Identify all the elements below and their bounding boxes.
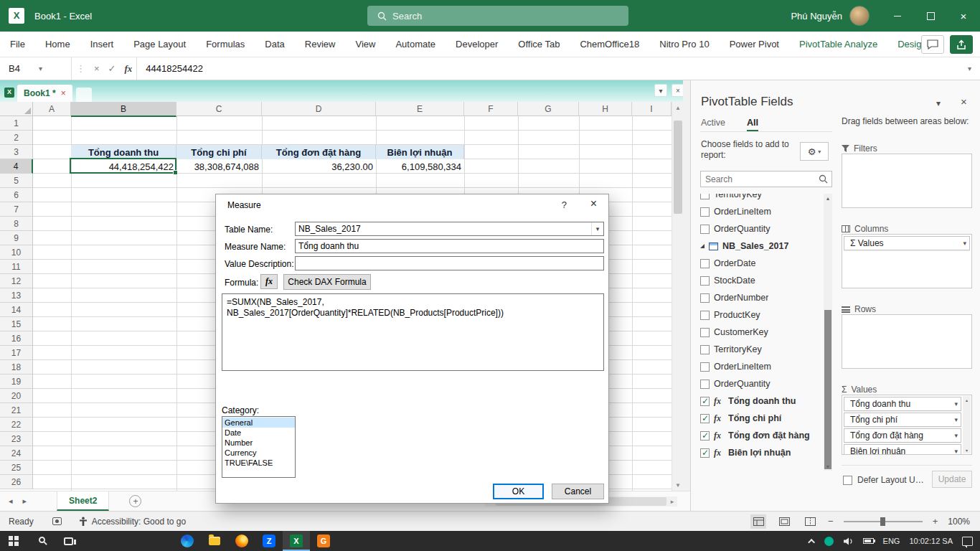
check-dax-formula-button[interactable]: Check DAX Formula bbox=[283, 274, 371, 290]
ribbon-tab[interactable]: Page Layout bbox=[123, 32, 196, 57]
scroll-up-icon[interactable] bbox=[672, 102, 684, 113]
pane-options-icon[interactable] bbox=[936, 98, 941, 108]
field-checkbox[interactable] bbox=[700, 431, 710, 441]
field-checkbox[interactable] bbox=[700, 448, 710, 458]
category-option[interactable]: Number bbox=[222, 438, 295, 448]
field-checkbox[interactable] bbox=[700, 194, 710, 199]
insert-function-button[interactable]: fx bbox=[260, 274, 278, 289]
field-checkbox[interactable] bbox=[700, 225, 710, 234]
category-option[interactable]: TRUE\FALSE bbox=[222, 458, 295, 468]
ribbon-tab[interactable]: Nitro Pro 10 bbox=[649, 32, 719, 57]
ribbon-tab[interactable]: Automate bbox=[385, 32, 446, 57]
field-checkbox[interactable] bbox=[700, 362, 710, 372]
notification-center-icon[interactable] bbox=[962, 537, 973, 546]
formula-textarea[interactable]: =SUMX(NB_Sales_2017, NB_Sales_2017[Order… bbox=[222, 293, 604, 371]
ribbon-tab[interactable]: Developer bbox=[446, 32, 508, 57]
language-indicator[interactable]: ENG bbox=[883, 537, 900, 545]
maximize-button[interactable] bbox=[914, 0, 947, 32]
values-chip[interactable]: Biên lợi nhuận bbox=[844, 444, 961, 455]
dialog-close-icon[interactable] bbox=[590, 197, 597, 210]
new-sheet-button[interactable] bbox=[129, 495, 141, 507]
share-button[interactable] bbox=[950, 35, 973, 54]
tray-app-icon[interactable] bbox=[824, 537, 834, 546]
chip-dropdown-icon[interactable] bbox=[954, 432, 958, 439]
ribbon-tab[interactable]: View bbox=[345, 32, 385, 57]
field-item[interactable]: StockDate bbox=[700, 272, 824, 289]
name-box[interactable]: B4 bbox=[0, 57, 72, 80]
field-item[interactable]: Tổng đơn đặt hàng bbox=[700, 427, 824, 444]
scroll-down-icon[interactable] bbox=[963, 446, 971, 453]
field-item[interactable]: NB_Sales_2017 bbox=[700, 237, 824, 255]
search-box[interactable]: Search bbox=[367, 6, 628, 26]
sheet-tab[interactable]: Sheet2 bbox=[57, 491, 109, 511]
field-checkbox[interactable] bbox=[700, 345, 710, 354]
fields-search-input[interactable] bbox=[701, 174, 819, 184]
scroll-up-icon[interactable] bbox=[963, 396, 971, 403]
ribbon-tab[interactable]: Office Tab bbox=[508, 32, 570, 57]
taskbar-icon[interactable] bbox=[201, 531, 228, 551]
document-tab-close-icon[interactable] bbox=[61, 88, 66, 98]
page-layout-view-button[interactable] bbox=[776, 514, 792, 529]
sheet-nav-left-icon[interactable] bbox=[9, 496, 13, 506]
field-item[interactable]: OrderQuantity bbox=[700, 375, 824, 392]
taskbar-icon[interactable]: X bbox=[283, 531, 310, 551]
normal-view-button[interactable] bbox=[750, 514, 766, 529]
zoom-in-button[interactable] bbox=[933, 516, 938, 527]
sheet-nav-right-icon[interactable] bbox=[23, 496, 27, 506]
pane-close-icon[interactable] bbox=[961, 95, 967, 108]
zoom-out-button[interactable] bbox=[828, 516, 834, 527]
field-item[interactable]: CustomerKey bbox=[700, 324, 824, 341]
columns-chip[interactable]: Σ Values bbox=[844, 236, 970, 250]
ribbon-tab[interactable]: Formulas bbox=[196, 32, 255, 57]
values-chip[interactable]: Tổng chi phí bbox=[844, 413, 961, 427]
user-name[interactable]: Phú Nguyễn bbox=[791, 11, 842, 22]
category-option[interactable]: Date bbox=[222, 428, 295, 438]
field-checkbox[interactable] bbox=[700, 414, 710, 423]
field-item[interactable]: OrderDate bbox=[700, 255, 824, 272]
field-item[interactable]: ProductKey bbox=[700, 306, 824, 324]
vertical-scrollbar[interactable] bbox=[672, 102, 683, 491]
avatar[interactable] bbox=[849, 6, 870, 26]
zoom-slider[interactable] bbox=[844, 521, 923, 522]
values-chip[interactable]: Tổng doanh thu bbox=[844, 397, 961, 411]
taskbar-icon[interactable] bbox=[228, 531, 255, 551]
ribbon-tab[interactable]: Home bbox=[35, 32, 80, 57]
taskbar-icon[interactable] bbox=[0, 531, 27, 551]
chip-dropdown-icon[interactable] bbox=[963, 240, 966, 247]
ribbon-tab[interactable]: ChemOffice18 bbox=[570, 32, 649, 57]
category-listbox[interactable]: General Date Number Currency TRUE\FALSE bbox=[222, 416, 296, 478]
field-item[interactable]: Tổng doanh thu bbox=[700, 392, 824, 410]
comments-button[interactable] bbox=[921, 35, 944, 54]
field-item[interactable]: TerritoryKey bbox=[700, 194, 824, 203]
field-item[interactable]: OrderQuantity bbox=[700, 220, 824, 237]
combo-dropdown-icon[interactable] bbox=[591, 222, 603, 235]
field-checkbox[interactable] bbox=[700, 380, 710, 389]
category-option[interactable]: Currency bbox=[222, 448, 295, 458]
formula-input[interactable]: 44418254422 bbox=[137, 57, 968, 80]
value-description-input[interactable] bbox=[298, 258, 603, 268]
defer-layout-checkbox[interactable] bbox=[843, 476, 852, 485]
taskbar-icon[interactable]: Z bbox=[255, 531, 283, 551]
field-item[interactable]: Biên lợi nhuận bbox=[700, 444, 824, 461]
taskbar-icon[interactable] bbox=[27, 531, 55, 551]
cell-c4[interactable]: 38,308,674,088 bbox=[176, 159, 262, 174]
values-area[interactable]: Tổng doanh thu Tổng chi phí Tổng đơn đặt… bbox=[842, 395, 972, 455]
cell-e3[interactable]: Biên lợi nhuận bbox=[376, 145, 464, 159]
field-item[interactable]: TerritoryKey bbox=[700, 341, 824, 358]
category-option[interactable]: General bbox=[222, 418, 295, 428]
field-item[interactable]: OrderLineItem bbox=[700, 358, 824, 375]
columns-area[interactable]: Σ Values bbox=[842, 234, 972, 288]
ok-button[interactable]: OK bbox=[493, 484, 544, 499]
ribbon-tab[interactable]: Power Pivot bbox=[720, 32, 789, 57]
battery-icon[interactable] bbox=[863, 538, 874, 544]
update-button[interactable]: Update bbox=[932, 471, 972, 488]
doc-tab-menu-button[interactable] bbox=[654, 84, 667, 97]
collapse-triangle-icon[interactable] bbox=[700, 244, 705, 248]
hidden-icons-chevron-icon[interactable] bbox=[808, 538, 815, 545]
values-scrollbar[interactable] bbox=[963, 396, 971, 453]
field-item[interactable]: Tổng chi phí bbox=[700, 410, 824, 427]
field-checkbox[interactable] bbox=[700, 207, 710, 217]
cell-d4[interactable]: 36,230.00 bbox=[262, 159, 376, 174]
field-checkbox[interactable] bbox=[700, 259, 710, 268]
vertical-scroll-thumb[interactable] bbox=[674, 121, 682, 214]
